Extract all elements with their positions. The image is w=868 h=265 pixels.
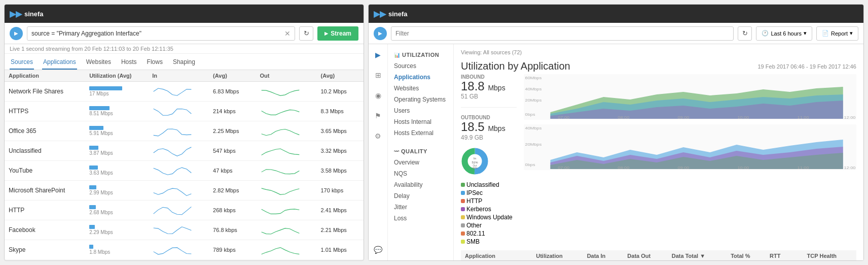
report-icon: 📄: [822, 30, 829, 37]
clear-search-icon[interactable]: ✕: [284, 29, 291, 38]
sidebar-chat-icon[interactable]: 💬: [372, 243, 385, 256]
table-row: Office 365 5.91 Mbps 2.25 Mbps 3.65 Mbps: [5, 121, 364, 141]
legend-other: Other: [461, 222, 517, 229]
right-refresh-button[interactable]: ↻: [738, 26, 752, 41]
outbound-value: 18.5 Mbps: [461, 120, 517, 134]
subnav-hosts-external[interactable]: Hosts External: [388, 127, 453, 139]
out-avg-cell: 3.58 Mbps: [316, 161, 364, 181]
right-top-bar: ▶▶ sinefa: [369, 5, 863, 23]
util-cell: 1.7 Mbps: [85, 260, 148, 261]
bt-col-data-total: Data Total ▼: [668, 250, 727, 260]
svg-text:10:00: 10:00: [737, 166, 749, 170]
inbound-stat: INBOUND 18.8 Mbps 51 GB: [461, 74, 517, 100]
nav-tabs: Sources Applications Websites Hosts Flow…: [5, 54, 364, 70]
in-cell: [148, 141, 209, 161]
out-avg-cell: 10.2 Mbps: [316, 82, 364, 102]
tab-shaping[interactable]: Shaping: [172, 55, 196, 70]
out-avg-cell: 8.3 Mbps: [316, 102, 364, 121]
inbound-gb: 51 GB: [461, 93, 517, 100]
tab-sources[interactable]: Sources: [10, 55, 34, 70]
util-cell: 5.91 Mbps: [85, 121, 148, 141]
legend: Unclassified IPSec HTTP: [461, 181, 517, 245]
in-cell: [148, 181, 209, 201]
subnav-websites[interactable]: Websites: [388, 83, 453, 94]
right-logo-text: sinefa: [388, 10, 408, 18]
col-out: Out: [256, 70, 317, 82]
sidebar-grid-icon[interactable]: ⊞: [372, 69, 385, 82]
right-play-button[interactable]: ▶: [374, 27, 387, 40]
logo-text: sinefa: [24, 10, 44, 18]
out-cell: [256, 82, 317, 102]
subnav-loss[interactable]: Loss: [388, 213, 453, 224]
col-out-avg: (Avg): [316, 70, 364, 82]
sidebar-circle-icon[interactable]: ◉: [372, 89, 385, 102]
svg-text:08:00: 08:00: [618, 166, 629, 170]
content-area: Viewing: All sources (72) Utilization by…: [454, 44, 863, 260]
svg-text:0bps: 0bps: [525, 163, 535, 167]
app-name-cell: Unclassified: [5, 141, 85, 161]
out-avg-cell: 3.32 Mbps: [316, 141, 364, 161]
search-bar[interactable]: source = "Primary Aggregation Interface"…: [27, 26, 295, 41]
sidebar-play-icon[interactable]: ▶: [372, 48, 385, 61]
sidebar-flag-icon[interactable]: ⚑: [372, 109, 385, 122]
smb-color: [461, 240, 465, 244]
legend-windows-update: Windows Update: [461, 214, 517, 221]
subnav-sources[interactable]: Sources: [388, 60, 453, 72]
in-avg-cell: 6.83 Mbps: [209, 82, 256, 102]
app-name-cell: HTTP: [5, 201, 85, 220]
in-cell: [148, 121, 209, 141]
util-cell: 3.87 Mbps: [85, 141, 148, 161]
sidebar-gear-icon[interactable]: ⚙: [372, 129, 385, 143]
svg-text:40Mbps: 40Mbps: [525, 87, 542, 91]
time-range-button[interactable]: 🕐 Last 6 hours ▾: [756, 26, 812, 41]
search-query: source = "Primary Aggregation Interface": [31, 30, 141, 37]
bt-col-tcp-health: TCP Health: [803, 250, 856, 260]
subnav-overview[interactable]: Overview: [388, 157, 453, 168]
app-name-cell: Network File Shares: [5, 82, 85, 102]
util-cell: 2.29 Mbps: [85, 220, 148, 240]
in-cell: [148, 220, 209, 240]
subnav-jitter[interactable]: Jitter: [388, 202, 453, 213]
refresh-button[interactable]: ↻: [299, 26, 313, 41]
legend-smb: SMB: [461, 238, 517, 245]
time-range-label: Last 6 hours: [771, 30, 802, 37]
tab-websites[interactable]: Websites: [85, 55, 112, 70]
bt-col-total-pct: Total %: [727, 250, 766, 260]
stream-button[interactable]: ▶ Stream: [317, 26, 358, 41]
util-cell: 1.8 Mbps: [85, 240, 148, 260]
subnav-users[interactable]: Users: [388, 105, 453, 116]
subnav-operating-systems[interactable]: Operating Systems: [388, 94, 453, 105]
report-chevron-icon: ▾: [850, 30, 853, 37]
play-button[interactable]: ▶: [10, 27, 23, 40]
svg-text:09:00: 09:00: [677, 116, 689, 120]
right-body: ▶ ⊞ ◉ ⚑ ⚙ 💬 📊 UTILIZATION Sources Applic…: [369, 44, 863, 260]
in-avg-cell: 268 kbps: [209, 201, 256, 220]
left-toolbar: ▶ source = "Primary Aggregation Interfac…: [5, 23, 364, 44]
subnav-applications[interactable]: Applications: [388, 72, 453, 83]
filter-input[interactable]: [391, 26, 734, 41]
svg-text:11:00: 11:00: [798, 116, 809, 120]
svg-text:09:00: 09:00: [677, 166, 689, 170]
legend-kerberos: Kerberos: [461, 206, 517, 213]
col-in: In: [148, 70, 209, 82]
table-row: DCE RPC 1.7 Mbps 808 kbps 893 kbps: [5, 260, 364, 261]
tab-flows[interactable]: Flows: [146, 55, 164, 70]
tab-hosts[interactable]: Hosts: [120, 55, 138, 70]
out-cell: [256, 161, 317, 181]
inbound-value: 18.8 Mbps: [461, 80, 517, 93]
unclassified-color: [461, 183, 465, 187]
subnav-hosts-internal[interactable]: Hosts Internal: [388, 116, 453, 127]
legend-http: HTTP: [461, 197, 517, 205]
report-button[interactable]: 📄 Report ▾: [816, 26, 858, 41]
other-color: [461, 223, 465, 227]
legend-unclassified: Unclassified: [461, 181, 517, 188]
in-avg-cell: 789 kbps: [209, 240, 256, 260]
stream-play-icon: ▶: [324, 31, 328, 36]
left-panel: ▶▶ sinefa ▶ source = "Primary Aggregatio…: [4, 4, 364, 261]
subnav-delay[interactable]: Delay: [388, 190, 453, 202]
tab-applications[interactable]: Applications: [42, 55, 77, 70]
svg-text:08:00: 08:00: [618, 116, 629, 120]
subnav-nqs[interactable]: NQS: [388, 168, 453, 179]
col-application: Application: [5, 70, 85, 82]
subnav-availability[interactable]: Availability: [388, 179, 453, 190]
